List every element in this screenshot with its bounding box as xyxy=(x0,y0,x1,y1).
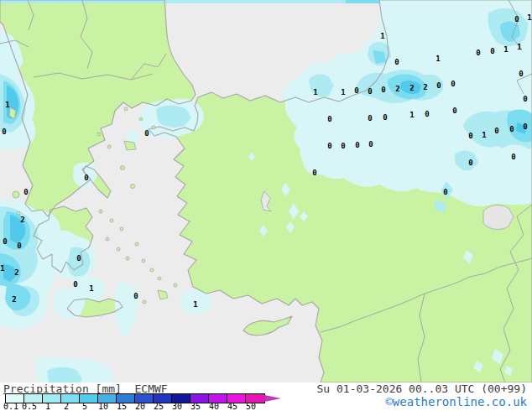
colorbar-tick-label: 50 xyxy=(242,402,260,411)
precip-value: 0 xyxy=(368,115,372,122)
weather-map-screen: 1020012200001010110002220010100110100001… xyxy=(0,0,532,411)
colorbar-tick-label: 10 xyxy=(94,402,112,411)
colorbar-tick-label: 0.5 xyxy=(20,402,39,411)
precip-value: 1 xyxy=(313,89,317,96)
colorbar-tick-label: 25 xyxy=(149,402,168,411)
precip-value: 0 xyxy=(476,49,480,57)
precip-value: 1 xyxy=(380,33,384,40)
precip-value: 0 xyxy=(394,59,399,66)
precip-value: 0 xyxy=(2,128,6,136)
precip-value: 0 xyxy=(523,96,527,103)
legend-bar: Precipitation [mm] ECMWF 0.10.5125101520… xyxy=(0,382,532,411)
precip-value: 1 xyxy=(482,132,486,139)
precip-value: 0 xyxy=(76,255,81,263)
colorbar-tick-label: 30 xyxy=(168,402,186,411)
precip-value: 1 xyxy=(409,112,414,119)
precip-value: 0 xyxy=(327,116,331,123)
colorbar-tick-label: 35 xyxy=(186,402,205,411)
precip-value: 0 xyxy=(3,238,7,246)
precip-value: 1 xyxy=(527,14,531,22)
precip-value: 0 xyxy=(451,81,455,88)
colorbar-tick-label: 45 xyxy=(223,402,242,411)
precip-value: 0 xyxy=(312,169,316,177)
precip-value: 0 xyxy=(381,86,385,94)
precip-value: 0 xyxy=(468,159,472,167)
precip-value: 0 xyxy=(490,48,494,55)
precip-value: 0 xyxy=(341,143,345,150)
colorbar-labels: 0.10.5125101520253035404550 xyxy=(2,402,279,411)
colorbar-tick-label: 20 xyxy=(131,402,149,411)
precip-value: 0 xyxy=(368,88,372,96)
colorbar-tick-label: 1 xyxy=(39,402,57,411)
validity-datetime: Su 01-03-2026 00..03 UTC (00+99) xyxy=(317,382,527,395)
precip-value: 0 xyxy=(383,114,387,122)
precip-value: 0 xyxy=(73,281,77,289)
precip-value: 1 xyxy=(503,46,508,54)
precip-value: 0 xyxy=(368,141,373,148)
precip-value: 0 xyxy=(354,87,358,95)
precip-value: 0 xyxy=(133,293,138,300)
precip-value: 0 xyxy=(327,143,331,150)
precip-value: 0 xyxy=(355,142,359,149)
precip-value: 0 xyxy=(452,107,456,115)
colorbar-tick-label: 5 xyxy=(76,402,94,411)
precip-value: 2 xyxy=(395,86,399,93)
precipitation-map: 1020012200001010110002220010100110100001… xyxy=(0,0,532,382)
precip-value: 0 xyxy=(511,153,515,161)
copyright: ©weatheronline.co.uk xyxy=(385,395,527,408)
precip-value: 0 xyxy=(23,189,28,196)
precip-value: 0 xyxy=(443,189,447,196)
colorbar-tick-label: 40 xyxy=(205,402,223,411)
precip-value: 0 xyxy=(84,174,88,182)
precip-value: 2 xyxy=(409,85,414,92)
colorbar-tick-label: 2 xyxy=(57,402,76,411)
colorbar-tick-label: 0.1 xyxy=(2,402,20,411)
precip-value: 1 xyxy=(0,265,4,273)
precip-value: 1 xyxy=(193,301,197,309)
precip-value: 0 xyxy=(425,111,429,118)
precip-value: 0 xyxy=(523,123,527,131)
precip-value: 1 xyxy=(436,55,440,63)
precip-value: 1 xyxy=(517,44,521,51)
precip-value: 1 xyxy=(341,89,345,96)
precip-value: 2 xyxy=(423,84,427,91)
precip-value: 2 xyxy=(12,296,16,304)
precip-value: 1 xyxy=(5,101,9,109)
colorbar-tick-label: 15 xyxy=(112,402,131,411)
station-values-layer: 1020012200001010110002220010100110100001… xyxy=(0,0,532,382)
precip-value: 1 xyxy=(89,285,93,293)
precip-value: 0 xyxy=(468,133,472,140)
precip-value: 0 xyxy=(17,242,21,250)
precip-value: 0 xyxy=(144,130,149,138)
precip-value: 0 xyxy=(494,127,498,135)
precip-value: 0 xyxy=(519,70,523,78)
precip-value: 0 xyxy=(436,82,441,90)
precip-value: 2 xyxy=(20,216,24,224)
precip-value: 0 xyxy=(514,16,519,23)
precip-value: 2 xyxy=(14,269,18,277)
precip-value: 0 xyxy=(509,126,514,133)
